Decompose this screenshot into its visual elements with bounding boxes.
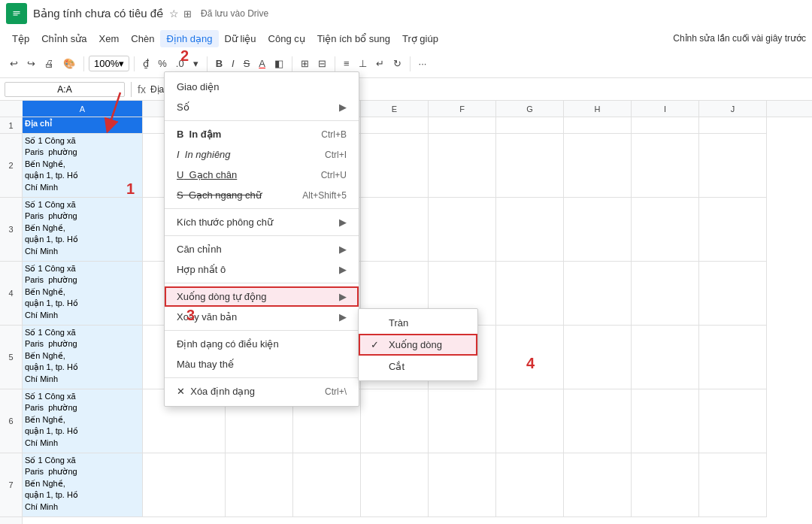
menu-format-clear[interactable]: ✕ Xóa định dạng Ctrl+\ — [165, 381, 359, 401]
cell-A2[interactable]: Số 1 Công xã Paris phường Bến Nghề, quận… — [23, 134, 143, 198]
cell-A6[interactable]: Số 1 Công xã Paris phường Bến Nghề, quận… — [23, 389, 143, 453]
menu-data[interactable]: Dữ liệu — [219, 30, 262, 47]
cell-H4[interactable] — [564, 262, 632, 326]
col-header-G[interactable]: G — [496, 101, 564, 117]
cell-E7[interactable] — [361, 453, 429, 517]
align-h-button[interactable]: ≡ — [340, 56, 353, 71]
cell-H7[interactable] — [564, 453, 632, 517]
cell-H5[interactable] — [564, 326, 632, 389]
cell-J5[interactable] — [699, 326, 767, 389]
cell-G3[interactable] — [496, 198, 564, 262]
wrap-button[interactable]: ↵ — [372, 56, 388, 71]
cell-G4[interactable] — [496, 262, 564, 326]
cell-I6[interactable] — [632, 389, 699, 453]
cell-G7[interactable] — [496, 453, 564, 517]
redo-button[interactable]: ↪ — [23, 56, 39, 71]
menu-file[interactable]: Tệp — [6, 30, 35, 47]
cell-F7[interactable] — [429, 453, 496, 517]
row-header-1[interactable]: 1 — [0, 117, 22, 134]
cell-A3[interactable]: Số 1 Công xã Paris phường Bến Nghề, quận… — [23, 198, 143, 262]
print-button[interactable]: 🖨 — [41, 56, 58, 71]
fill-color-button[interactable]: ◧ — [271, 56, 287, 71]
star-icon[interactable]: ☆ — [169, 8, 179, 20]
spreadsheet-title[interactable]: Bảng tính chưa có tiêu đề — [33, 7, 163, 20]
cell-E3[interactable] — [361, 198, 429, 262]
align-v-button[interactable]: ⊥ — [355, 56, 371, 71]
cell-J2[interactable] — [699, 134, 767, 198]
cell-J4[interactable] — [699, 262, 767, 326]
submenu-cat[interactable]: Cắt — [359, 356, 477, 377]
col-header-I[interactable]: I — [632, 101, 699, 117]
cell-J6[interactable] — [699, 389, 767, 453]
cell-F6[interactable] — [429, 389, 496, 453]
menu-help[interactable]: Trợ giúp — [396, 30, 444, 47]
cell-F1[interactable] — [429, 117, 496, 134]
cell-I7[interactable] — [632, 453, 699, 517]
menu-format-merge[interactable]: Hợp nhất ô ▶ — [165, 259, 359, 280]
menu-edit[interactable]: Chỉnh sửa — [35, 30, 92, 47]
cell-A5[interactable]: Số 1 Công xã Paris phường Bến Nghề, quận… — [23, 326, 143, 389]
cell-J7[interactable] — [699, 453, 767, 517]
col-header-A[interactable]: A — [23, 101, 143, 117]
menu-format-italic[interactable]: I In nghiêng Ctrl+I — [165, 144, 359, 165]
zoom-selector[interactable]: 100% ▾ — [89, 56, 129, 71]
menu-format-fontsize[interactable]: Kích thước phông chữ ▶ — [165, 212, 359, 232]
menu-addons[interactable]: Tiện ích bổ sung — [311, 30, 396, 47]
currency-button[interactable]: ₫ — [139, 56, 153, 71]
italic-button[interactable]: I — [228, 56, 238, 71]
cell-A7[interactable]: Số 1 Công xã Paris phường Bến Nghề, quận… — [23, 453, 143, 517]
cell-H2[interactable] — [564, 134, 632, 198]
cell-A4[interactable]: Số 1 Công xã Paris phường Bến Nghề, quận… — [23, 262, 143, 326]
cell-F3[interactable] — [429, 198, 496, 262]
bold-button[interactable]: B — [212, 56, 226, 71]
submenu-tran[interactable]: Tràn — [359, 312, 477, 334]
cell-B7[interactable] — [143, 453, 226, 517]
menu-format-giao-dien[interactable]: Giao diện — [165, 77, 359, 97]
text-color-button[interactable]: A — [255, 56, 269, 71]
menu-format-wrap[interactable]: Xuống dòng tự động ▶ — [165, 286, 359, 307]
cell-H6[interactable] — [564, 389, 632, 453]
menu-format-bold[interactable]: B In đậm Ctrl+B — [165, 124, 359, 144]
cell-I5[interactable] — [632, 326, 699, 389]
undo-button[interactable]: ↩ — [6, 56, 22, 71]
menu-format-altcolor[interactable]: Màu thay thế — [165, 354, 359, 374]
merge-button[interactable]: ⊟ — [314, 56, 330, 71]
cell-I1[interactable] — [632, 117, 699, 134]
col-header-F[interactable]: F — [429, 101, 496, 117]
cell-E1[interactable] — [361, 117, 429, 134]
borders-button[interactable]: ⊞ — [297, 56, 313, 71]
more-formats-button[interactable]: ▾ — [189, 56, 202, 71]
rotate-button[interactable]: ↻ — [389, 56, 405, 71]
menu-format-so[interactable]: Số ▶ — [165, 97, 359, 117]
percent-button[interactable]: % — [154, 56, 171, 71]
row-header-4[interactable]: 4 — [0, 262, 22, 326]
menu-insert[interactable]: Chèn — [125, 30, 160, 47]
cell-I4[interactable] — [632, 262, 699, 326]
menu-format-strike[interactable]: S Gạch ngang chữ Alt+Shift+5 — [165, 185, 359, 205]
cell-J3[interactable] — [699, 198, 767, 262]
cell-H3[interactable] — [564, 198, 632, 262]
more-options-button[interactable]: ··· — [415, 56, 431, 71]
cell-reference-input[interactable] — [5, 82, 125, 97]
col-header-J[interactable]: J — [699, 101, 767, 117]
cell-D7[interactable] — [293, 453, 361, 517]
menu-format-align[interactable]: Căn chỉnh ▶ — [165, 239, 359, 259]
cell-F2[interactable] — [429, 134, 496, 198]
cell-G1[interactable] — [496, 117, 564, 134]
menu-format-underline[interactable]: U Gạch chân Ctrl+U — [165, 165, 359, 185]
col-header-H[interactable]: H — [564, 101, 632, 117]
row-header-3[interactable]: 3 — [0, 198, 22, 262]
row-header-7[interactable]: 7 — [0, 453, 22, 517]
strikethrough-button[interactable]: S — [240, 56, 254, 71]
menu-format[interactable]: Định dạng — [160, 30, 218, 47]
cell-I3[interactable] — [632, 198, 699, 262]
row-header-6[interactable]: 6 — [0, 389, 22, 453]
menu-format-conditional[interactable]: Định dạng có điều kiện — [165, 334, 359, 354]
menu-view[interactable]: Xem — [93, 30, 126, 47]
cell-I2[interactable] — [632, 134, 699, 198]
submenu-xuong-dong[interactable]: ✓ Xuống dòng — [359, 334, 477, 356]
menu-tools[interactable]: Công cụ — [262, 30, 311, 47]
cell-G6[interactable] — [496, 389, 564, 453]
row-header-2[interactable]: 2 — [0, 134, 22, 198]
folder-icon[interactable]: ⊞ — [183, 8, 192, 20]
